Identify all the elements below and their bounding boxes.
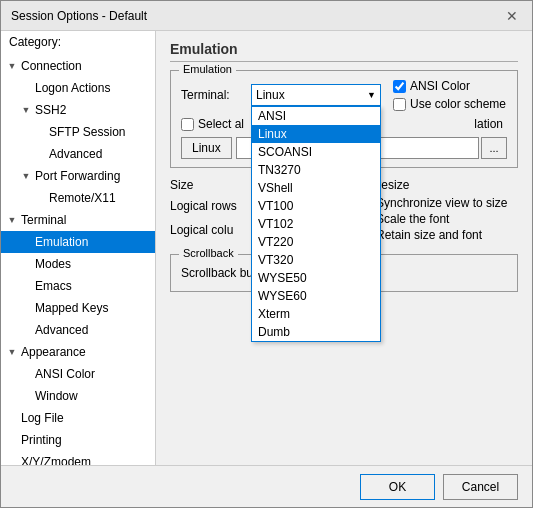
dropdown-option-wyse60[interactable]: WYSE60 (252, 287, 380, 305)
sync-view-radio-row: Synchronize view to size (358, 196, 518, 210)
toggle-icon-terminal[interactable]: ▼ (5, 215, 19, 225)
dropdown-option-ansi[interactable]: ANSI (252, 107, 380, 125)
terminal-dropdown-wrapper: Linux ▼ ANSILinuxSCOANSITN3270VShellVT10… (251, 84, 381, 106)
select-alternation-checkbox[interactable] (181, 118, 194, 131)
retain-size-radio-row: Retain size and font (358, 228, 518, 242)
ansi-color-checkbox-row: ANSI Color Use color scheme (393, 79, 506, 111)
dropdown-option-linux[interactable]: Linux (252, 125, 380, 143)
ansi-color-label: ANSI Color (393, 79, 506, 93)
sidebar-label-advanced-terminal: Advanced (33, 322, 90, 338)
title-bar: Session Options - Default ✕ (1, 1, 532, 31)
toggle-icon-connection[interactable]: ▼ (5, 61, 19, 71)
sidebar-label-remote-x11: Remote/X11 (47, 190, 118, 206)
on-resize-col: On resize Synchronize view to size Scale… (358, 178, 518, 244)
sidebar-item-remote-x11[interactable]: Remote/X11 (1, 187, 155, 209)
dropdown-option-xterm[interactable]: Xterm (252, 305, 380, 323)
sidebar-item-emulation[interactable]: Emulation (1, 231, 155, 253)
ansi-color-checkbox[interactable] (393, 80, 406, 93)
dropdown-option-tn3270[interactable]: TN3270 (252, 161, 380, 179)
sidebar-item-printing[interactable]: Printing (1, 429, 155, 451)
sidebar-label-ansi-color: ANSI Color (33, 366, 97, 382)
use-color-scheme-checkbox[interactable] (393, 98, 406, 111)
terminal-row: Terminal: Linux ▼ ANSILinuxSCOANSITN3270… (181, 79, 507, 111)
main-panel: Emulation Emulation Terminal: Linux ▼ AN… (156, 31, 532, 465)
category-label: Category: (1, 31, 155, 53)
sidebar-label-appearance: Appearance (19, 344, 88, 360)
sidebar-label-window: Window (33, 388, 80, 404)
cancel-button[interactable]: Cancel (443, 474, 518, 500)
terminal-label: Terminal: (181, 88, 251, 102)
dropdown-arrow-icon: ▼ (367, 90, 376, 100)
sidebar-label-emulation: Emulation (33, 234, 90, 250)
ulation-label: lation (474, 117, 503, 131)
sidebar-label-emacs: Emacs (33, 278, 74, 294)
toggle-icon-ssh2[interactable]: ▼ (19, 105, 33, 115)
sidebar-label-log-file: Log File (19, 410, 66, 426)
panel-title: Emulation (170, 41, 518, 62)
toggle-icon-appearance[interactable]: ▼ (5, 347, 19, 357)
close-button[interactable]: ✕ (502, 6, 522, 26)
toggle-icon-port-forwarding[interactable]: ▼ (19, 171, 33, 181)
linux-terminal-button[interactable]: Linux (181, 137, 232, 159)
terminal-dropdown-popup: ANSILinuxSCOANSITN3270VShellVT100VT102VT… (251, 106, 381, 342)
sidebar-label-advanced-ssh2: Advanced (47, 146, 104, 162)
select-alternation-label: Select al (198, 117, 244, 131)
browse-button[interactable]: ... (481, 137, 507, 159)
scrollback-section-label: Scrollback (179, 247, 238, 259)
sidebar-item-sftp-session[interactable]: SFTP Session (1, 121, 155, 143)
sidebar-label-xyz-modem: X/Y/Zmodem (19, 454, 93, 465)
on-resize-label: On resize (358, 178, 518, 192)
sidebar-label-modes: Modes (33, 256, 73, 272)
sidebar-item-terminal[interactable]: ▼Terminal (1, 209, 155, 231)
sidebar-tree: ▼ConnectionLogon Actions▼SSH2SFTP Sessio… (1, 53, 156, 465)
sidebar-item-log-file[interactable]: Log File (1, 407, 155, 429)
dropdown-option-vshell[interactable]: VShell (252, 179, 380, 197)
dropdown-option-vt220[interactable]: VT220 (252, 233, 380, 251)
sidebar-item-emacs[interactable]: Emacs (1, 275, 155, 297)
session-options-dialog: Session Options - Default ✕ Category: ▼C… (0, 0, 533, 508)
sidebar-label-port-forwarding: Port Forwarding (33, 168, 122, 184)
sidebar-label-ssh2: SSH2 (33, 102, 68, 118)
dialog-title: Session Options - Default (11, 9, 147, 23)
dialog-body: Category: ▼ConnectionLogon Actions▼SSH2S… (1, 31, 532, 465)
sidebar-label-connection: Connection (19, 58, 84, 74)
emulation-section-label: Emulation (179, 63, 236, 75)
ok-button[interactable]: OK (360, 474, 435, 500)
scale-font-radio-row: Scale the font (358, 212, 518, 226)
use-color-scheme-label: Use color scheme (393, 97, 506, 111)
dropdown-option-wyse50[interactable]: WYSE50 (252, 269, 380, 287)
sidebar-label-logon-actions: Logon Actions (33, 80, 112, 96)
emulation-section: Emulation Terminal: Linux ▼ ANSILinuxSCO… (170, 70, 518, 168)
sidebar-item-port-forwarding[interactable]: ▼Port Forwarding (1, 165, 155, 187)
sidebar-item-connection[interactable]: ▼Connection (1, 55, 155, 77)
sidebar-item-xyz-modem[interactable]: X/Y/Zmodem (1, 451, 155, 465)
dropdown-option-dumb[interactable]: Dumb (252, 323, 380, 341)
sidebar-item-advanced-ssh2[interactable]: Advanced (1, 143, 155, 165)
sidebar-item-window[interactable]: Window (1, 385, 155, 407)
sidebar-item-ssh2[interactable]: ▼SSH2 (1, 99, 155, 121)
dropdown-option-scoansi[interactable]: SCOANSI (252, 143, 380, 161)
sidebar-item-ansi-color[interactable]: ANSI Color (1, 363, 155, 385)
sidebar-label-mapped-keys: Mapped Keys (33, 300, 110, 316)
dropdown-option-vt100[interactable]: VT100 (252, 197, 380, 215)
terminal-dropdown-value: Linux (256, 88, 285, 102)
sidebar-item-appearance[interactable]: ▼Appearance (1, 341, 155, 363)
dropdown-option-vt320[interactable]: VT320 (252, 251, 380, 269)
sidebar-item-logon-actions[interactable]: Logon Actions (1, 77, 155, 99)
sidebar-label-printing: Printing (19, 432, 64, 448)
sidebar-item-modes[interactable]: Modes (1, 253, 155, 275)
dropdown-option-vt102[interactable]: VT102 (252, 215, 380, 233)
dialog-footer: OK Cancel (1, 465, 532, 507)
sidebar-item-advanced-terminal[interactable]: Advanced (1, 319, 155, 341)
sidebar-item-mapped-keys[interactable]: Mapped Keys (1, 297, 155, 319)
sidebar-label-terminal: Terminal (19, 212, 68, 228)
sidebar-label-sftp-session: SFTP Session (47, 124, 127, 140)
terminal-dropdown[interactable]: Linux ▼ (251, 84, 381, 106)
